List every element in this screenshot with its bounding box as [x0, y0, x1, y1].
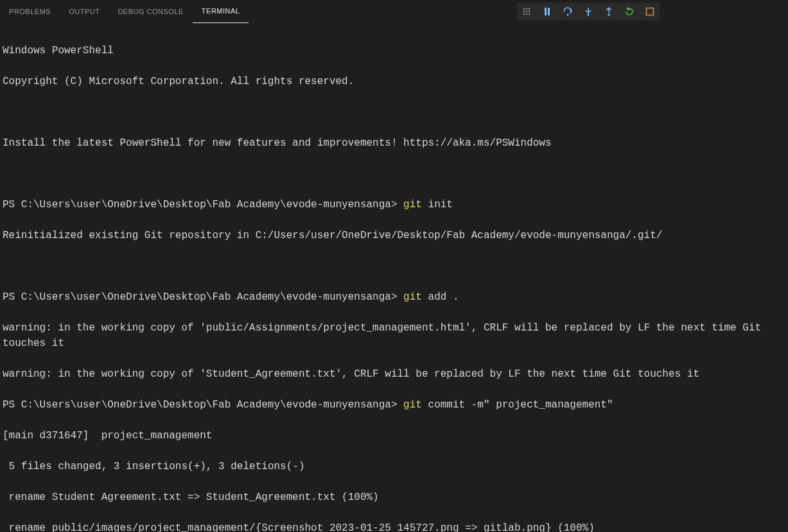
svg-point-0: [523, 8, 525, 10]
terminal-line: rename public/images/project_management/…: [3, 520, 785, 532]
git-keyword: git: [403, 399, 422, 411]
terminal-line: 5 files changed, 3 insertions(+), 3 dele…: [3, 459, 785, 474]
restart-icon[interactable]: [624, 6, 635, 17]
git-keyword: git: [403, 291, 422, 303]
svg-point-3: [523, 11, 525, 13]
svg-point-6: [523, 13, 525, 15]
step-into-icon[interactable]: [582, 6, 594, 17]
svg-point-7: [526, 13, 528, 15]
git-keyword: git: [403, 199, 422, 210]
svg-rect-10: [548, 8, 550, 15]
svg-point-11: [567, 14, 569, 16]
step-over-icon[interactable]: [562, 6, 573, 17]
terminal-output[interactable]: Windows PowerShell Copyright (C) Microso…: [0, 22, 788, 532]
svg-point-1: [526, 8, 528, 10]
panel-container: PROBLEMS OUTPUT DEBUG CONSOLE TERMINAL: [0, 0, 788, 532]
svg-point-5: [529, 11, 530, 13]
terminal-line: [3, 259, 785, 274]
tab-problems[interactable]: PROBLEMS: [0, 0, 60, 22]
terminal-prompt-line: PS C:\Users\user\OneDrive\Desktop\Fab Ac…: [3, 197, 785, 212]
terminal-line: warning: in the working copy of 'Student…: [3, 366, 785, 382]
terminal-line: Reinitialized existing Git repository in…: [3, 228, 785, 243]
stop-icon[interactable]: [644, 6, 656, 17]
tab-debug-console[interactable]: DEBUG CONSOLE: [109, 0, 192, 22]
ps-prompt: PS C:\Users\user\OneDrive\Desktop\Fab Ac…: [3, 291, 403, 303]
svg-point-8: [529, 13, 530, 15]
terminal-prompt-line: PS C:\Users\user\OneDrive\Desktop\Fab Ac…: [3, 289, 785, 305]
terminal-line: Copyright (C) Microsoft Corporation. All…: [3, 74, 785, 89]
step-out-icon[interactable]: [603, 6, 615, 17]
debug-toolbar: [517, 3, 660, 21]
terminal-line: rename Student Agreement.txt => Student_…: [3, 490, 785, 505]
terminal-line: [3, 166, 785, 182]
cmd-args: init: [422, 199, 453, 210]
svg-point-12: [587, 13, 590, 16]
terminal-line: Install the latest PowerShell for new fe…: [3, 135, 785, 151]
terminal-line: [main d371647] project_management: [3, 428, 785, 443]
terminal-line: [3, 105, 785, 120]
svg-point-4: [526, 11, 528, 13]
ps-prompt: PS C:\Users\user\OneDrive\Desktop\Fab Ac…: [3, 399, 403, 411]
terminal-prompt-line: PS C:\Users\user\OneDrive\Desktop\Fab Ac…: [3, 397, 785, 413]
svg-rect-14: [647, 8, 654, 15]
svg-rect-9: [545, 8, 547, 15]
pause-icon[interactable]: [541, 6, 553, 17]
tab-output[interactable]: OUTPUT: [60, 0, 109, 22]
drag-handle-icon[interactable]: [521, 6, 532, 17]
panel-tabs-row: PROBLEMS OUTPUT DEBUG CONSOLE TERMINAL: [0, 0, 788, 22]
ps-prompt: PS C:\Users\user\OneDrive\Desktop\Fab Ac…: [3, 199, 403, 210]
terminal-line: warning: in the working copy of 'public/…: [3, 320, 785, 351]
svg-point-13: [608, 13, 610, 16]
svg-point-2: [529, 8, 530, 10]
cmd-args: add .: [422, 291, 459, 303]
cmd-args: commit -m" project_management": [422, 399, 613, 411]
tab-terminal[interactable]: TERMINAL: [193, 0, 249, 23]
terminal-line: Windows PowerShell: [3, 43, 785, 58]
